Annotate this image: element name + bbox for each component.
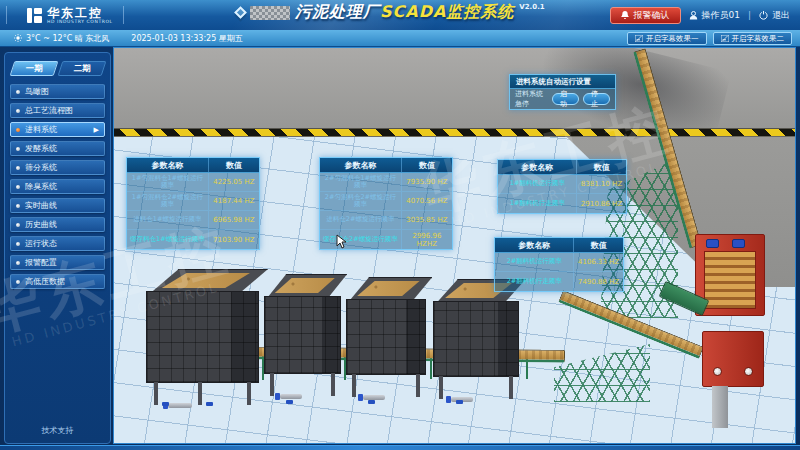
table-row: 2#翻料机行走频率7490.88 HZ: [495, 272, 623, 291]
alarm-confirm-button[interactable]: 报警确认: [610, 7, 681, 24]
table-row: 1#匀混料仓1#螺旋运行频率4225.05 HZ: [127, 173, 259, 192]
mixing-bin-4: [433, 279, 519, 399]
stop-button[interactable]: 停止: [583, 93, 610, 105]
title-plant: 污泥处理厂: [295, 2, 380, 21]
mixing-bin-2: [264, 274, 341, 396]
sidebar-item-realtime-curves[interactable]: 实时曲线: [10, 198, 105, 213]
subtitle-effect-1-button[interactable]: 开启字幕效果一: [627, 32, 707, 45]
operator-button[interactable]: 操作员01: [689, 9, 740, 22]
gauge: [713, 367, 722, 376]
table-row: 2#匀混料仓2#螺旋运行频率4070.56 HZ: [320, 192, 452, 211]
tab-phase-2[interactable]: 二期: [58, 61, 107, 76]
valve: [456, 400, 463, 404]
sidebar-item-alarm-config[interactable]: 报警配置: [10, 255, 105, 270]
divider: |: [748, 10, 751, 20]
sidebar-item-hv-lv-data[interactable]: 高低压数据: [10, 274, 105, 289]
mixing-bin-1: [146, 269, 259, 405]
marquee-icon: [721, 35, 729, 42]
table-row: 缓存料仓1#螺旋运行频率7103.90 HZ: [127, 230, 259, 249]
chevron-right-icon: ▶: [94, 126, 99, 134]
table-row: 1#翻料机运行频率8381.10 HZ: [498, 175, 626, 194]
page-title: 污泥处理厂SCADA监控系统 V2.0.1: [236, 2, 545, 23]
sidebar-item-fermentation-system[interactable]: 发酵系统: [10, 141, 105, 156]
marquee-icon: [635, 35, 643, 42]
weather-text: 3°C ~ 12°C 晴 东北风: [26, 33, 109, 44]
censored-plant-name: [250, 6, 290, 20]
sidebar-item-process-flow[interactable]: 总工艺流程图: [10, 103, 105, 118]
motor: [732, 239, 745, 248]
screw-conveyor: [168, 403, 192, 408]
bullet-icon: [16, 147, 20, 151]
table-row: 1#匀混料仓2#螺旋运行频率4187.44 HZ: [127, 192, 259, 211]
start-button[interactable]: 启动: [552, 93, 579, 105]
user-icon: [689, 11, 698, 20]
gauge: [744, 367, 753, 376]
bullet-icon: [16, 204, 20, 208]
datetime-text: 2025-01-03 13:33:25 星期五: [131, 33, 243, 44]
logout-label: 退出: [772, 9, 790, 22]
sidebar-item-deodorization-system[interactable]: 除臭系统: [10, 179, 105, 194]
title-system: SCADA监控系统: [380, 2, 514, 21]
tech-support-link[interactable]: 技术支持: [5, 425, 110, 436]
valve: [162, 402, 169, 406]
footer-strip: [0, 445, 800, 450]
bullet-icon: [16, 128, 20, 132]
hazard-stripe: [114, 128, 796, 137]
bullet-icon: [16, 109, 20, 113]
discharge-hopper: [702, 331, 764, 387]
diamond-icon: [234, 6, 247, 19]
mixing-bin-3: [346, 277, 426, 397]
table-row: 2#匀混料仓1#螺旋运行频率7935.90 HZ: [320, 173, 452, 192]
sidebar-item-run-status[interactable]: 运行状态: [10, 236, 105, 251]
screw-conveyor: [280, 394, 302, 399]
sidebar-item-screening-system[interactable]: 筛分系统: [10, 160, 105, 175]
divider: [6, 6, 7, 24]
sun-icon: [14, 34, 22, 42]
status-bar: 3°C ~ 12°C 晴 东北风 2025-01-03 13:33:25 星期五…: [0, 30, 800, 47]
estop-label: 进料系统急停: [515, 89, 548, 109]
logo-title: 华东工控: [47, 7, 113, 19]
header-bar: 华东工控 HD INDUSTRY CONTROL 污泥处理厂SCADA监控系统 …: [0, 0, 800, 30]
table-row: 2#翻料机运行频率4106.33 HZ: [495, 253, 623, 272]
logo-icon: [27, 8, 42, 23]
motor: [706, 239, 719, 248]
power-icon: [759, 11, 768, 20]
logout-button[interactable]: 退出: [759, 9, 790, 22]
valve: [206, 402, 213, 406]
alarm-confirm-label: 报警确认: [634, 9, 670, 22]
bullet-icon: [16, 261, 20, 265]
mouse-cursor: [336, 234, 347, 249]
support-pillar: [712, 386, 728, 428]
logo-subtitle: HD INDUSTRY CONTROL: [47, 19, 113, 24]
operator-label: 操作员01: [702, 9, 740, 22]
version-label: V2.0.1: [519, 3, 544, 11]
scada-app: 华东工控 HD INDUSTRY CONTROL 污泥处理厂SCADA监控系统 …: [0, 0, 800, 450]
bullet-icon: [16, 166, 20, 170]
bullet-icon: [16, 223, 20, 227]
bullet-icon: [16, 242, 20, 246]
sidebar-item-feeding-system[interactable]: 进料系统▶: [10, 122, 105, 137]
params-table-turner-1: 参数名称数值 1#翻料机运行频率8381.10 HZ 1#翻料机行走频率2910…: [497, 159, 627, 214]
bell-icon: [621, 11, 629, 20]
subtitle-effect-2-label: 开启字幕效果二: [732, 34, 785, 44]
valve: [368, 400, 375, 404]
valve: [286, 400, 293, 404]
table-row: 1#翻料机行走频率2910.86 HZ: [498, 194, 626, 213]
scene-viewport: 进料系统自动运行设置 进料系统急停 启动 停止 参数名称数值 1#匀混料仓1#螺…: [113, 47, 796, 444]
subtitle-effect-2-button[interactable]: 开启字幕效果二: [713, 32, 793, 45]
sidebar-item-aerial-view[interactable]: 鸟瞰图: [10, 84, 105, 99]
company-logo: 华东工控 HD INDUSTRY CONTROL: [27, 7, 113, 24]
weather-info: 3°C ~ 12°C 晴 东北风: [14, 33, 109, 44]
params-table-silo-1: 参数名称数值 1#匀混料仓1#螺旋运行频率4225.05 HZ 1#匀混料仓2#…: [126, 157, 260, 250]
bullet-icon: [16, 185, 20, 189]
subtitle-effect-1-label: 开启字幕效果一: [646, 34, 699, 44]
params-table-turner-2: 参数名称数值 2#翻料机运行频率4106.33 HZ 2#翻料机行走频率7490…: [494, 237, 624, 292]
tab-phase-1[interactable]: 一期: [10, 61, 59, 76]
bullet-icon: [16, 90, 20, 94]
bullet-icon: [16, 280, 20, 284]
auto-run-settings-panel: 进料系统自动运行设置 进料系统急停 启动 停止: [509, 74, 616, 110]
turner-screws: [704, 251, 756, 309]
panel-title: 进料系统自动运行设置: [510, 75, 615, 89]
sidebar-item-history-curves[interactable]: 历史曲线: [10, 217, 105, 232]
sidebar-nav: 一期 二期 鸟瞰图 总工艺流程图 进料系统▶ 发酵系统 筛分系统 除臭系统 实时…: [4, 52, 111, 444]
